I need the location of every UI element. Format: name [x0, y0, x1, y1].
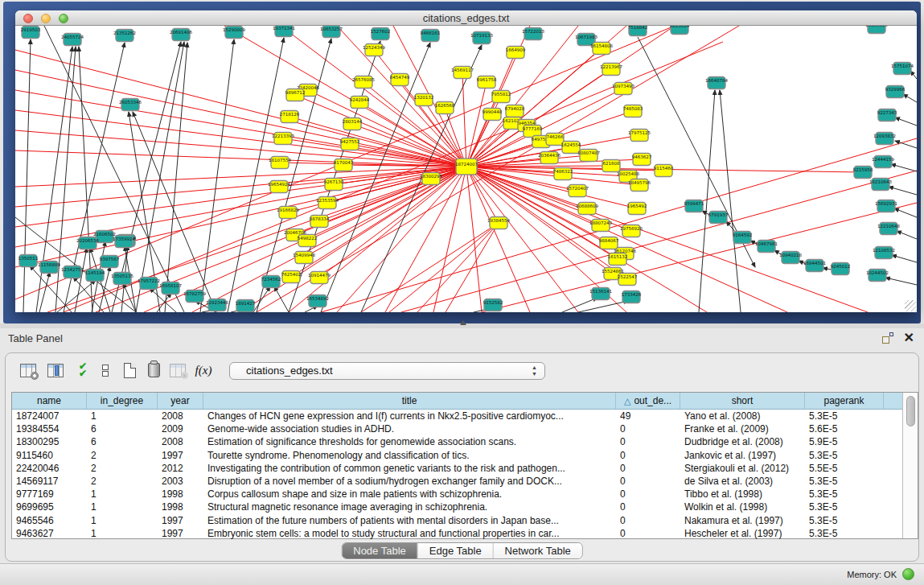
- graph-node-label: 10973493: [612, 84, 634, 89]
- table-row[interactable]: 1830029562008Estimation of significance …: [12, 435, 903, 448]
- delete-table-button[interactable]: [143, 360, 164, 381]
- graph-node-label: 2718126: [280, 112, 300, 117]
- new-table-button[interactable]: [119, 360, 140, 381]
- citation-graph[interactable]: 2919503240557242135126220691406152900091…: [15, 26, 917, 312]
- graph-node-label: 19166829: [277, 208, 299, 212]
- table-cell: Stergiakouli et al. (2012): [680, 463, 805, 474]
- table-cell: 22420046: [12, 463, 87, 474]
- table-cell: 2: [87, 450, 158, 461]
- function-builder-button[interactable]: f(x): [193, 360, 214, 381]
- column-header-in-degree[interactable]: in_degree: [87, 393, 158, 409]
- graph-node-label: 1350511: [18, 256, 39, 261]
- memory-status-label: Memory: OK: [847, 570, 897, 579]
- float-panel-icon[interactable]: [882, 332, 893, 344]
- graph-node-label: 26053346: [119, 100, 142, 105]
- table-cell: 5.3E-5: [805, 488, 884, 500]
- table-cell: Yano et al. (2008): [680, 410, 805, 422]
- citation-edge-red: [15, 167, 466, 267]
- column-header-name[interactable]: name: [12, 393, 87, 409]
- citation-edge-black: [253, 286, 270, 312]
- table-row[interactable]: 911546021997Tourette syndrome. Phenomeno…: [12, 449, 903, 462]
- graph-node-label: 12108532: [873, 248, 895, 253]
- graph-node-label: 9463627: [632, 154, 652, 159]
- column-header-short[interactable]: short: [680, 393, 805, 409]
- table-cell: 18300295: [12, 436, 87, 447]
- graph-node-label: 6794028: [505, 106, 525, 111]
- citation-edge-black: [892, 255, 917, 262]
- table-cell: 5.3E-5: [805, 450, 884, 461]
- table-row[interactable]: 977716911998Corpus callosum shape and si…: [12, 488, 903, 501]
- table-cell: Nakamura et al. (1997): [680, 515, 805, 526]
- graph-node-label: 12093832: [873, 134, 896, 138]
- table-cell: 2008: [158, 410, 203, 422]
- table-mode-button[interactable]: [18, 360, 39, 381]
- column-header-pagerank[interactable]: pagerank: [805, 393, 884, 409]
- tab-node-table[interactable]: Node Table: [342, 543, 418, 558]
- column-header-title[interactable]: title: [203, 393, 616, 409]
- graph-node-label: 10719133: [470, 33, 493, 38]
- table-row[interactable]: 946362711997Embryonic stem cells: a mode…: [12, 527, 903, 540]
- table-rows: 1872400712008Changes of HCN gene express…: [12, 410, 903, 540]
- table-cell: 6: [87, 423, 158, 435]
- close-panel-icon[interactable]: ✕: [904, 330, 914, 345]
- graph-node-label: 16053809: [865, 26, 888, 27]
- graph-node-label: 17359924: [113, 237, 135, 241]
- graph-node-label: 17957222: [138, 278, 160, 283]
- table-row[interactable]: 1456911722003Disruption of a novel membe…: [12, 475, 903, 488]
- graph-node-label: 5498222: [298, 236, 318, 241]
- desktop-background: citations_edges.txt 29195032405572421351…: [3, 2, 921, 323]
- splitter-handle-icon: [460, 320, 466, 325]
- table-cell: 1: [87, 488, 158, 500]
- graph-node-label: 9245012: [831, 264, 851, 269]
- table-cell: Structural magnetic resonance image aver…: [203, 501, 616, 513]
- graph-node-label: 9242844: [350, 97, 370, 102]
- graph-node-label: 9164592: [733, 233, 753, 237]
- window-resize-grip[interactable]: [905, 300, 916, 311]
- network-view-canvas[interactable]: 2919503240557242135126220691406152900091…: [15, 26, 917, 312]
- graph-node-label: 6961758: [477, 77, 497, 82]
- tab-edge-table[interactable]: Edge Table: [418, 543, 494, 558]
- network-window[interactable]: citations_edges.txt 29195032405572421351…: [15, 10, 917, 312]
- table-row[interactable]: 946554611997Estimation of the future num…: [12, 514, 903, 527]
- graph-node-label: 8878334: [310, 216, 330, 221]
- table-scrollbar[interactable]: [902, 393, 918, 538]
- column-header-year[interactable]: year: [158, 393, 203, 409]
- citation-edge-red: [401, 171, 917, 312]
- column-header-out-de-[interactable]: △out_de...: [616, 393, 680, 409]
- tab-network-table[interactable]: Network Table: [494, 543, 582, 558]
- graph-node-label: 9777169: [523, 126, 543, 131]
- network-window-titlebar[interactable]: citations_edges.txt: [15, 10, 917, 26]
- trash-icon: [148, 363, 160, 377]
- graph-node[interactable]: [456, 159, 477, 175]
- graph-node-label: 18724007: [455, 162, 478, 167]
- citation-edge-black: [157, 293, 171, 312]
- table-cell: 5.6E-5: [805, 423, 884, 435]
- table-header-row: namein_degreeyeartitle△out_de...shortpag…: [12, 393, 918, 410]
- clear-selection-button[interactable]: [95, 360, 116, 381]
- select-all-icon: ✔✔: [79, 363, 87, 377]
- table-row[interactable]: 1938455462009Genome-wide association stu…: [12, 422, 903, 435]
- graph-node-label: 9397587: [100, 257, 120, 262]
- table-cell: 9463627: [12, 528, 87, 539]
- table-cell: 0: [616, 488, 680, 500]
- table-row[interactable]: 969969511998Structural magnetic resonanc…: [12, 501, 903, 513]
- graph-node-label: 6791937: [708, 212, 729, 217]
- delete-column-button[interactable]: x: [167, 360, 188, 381]
- table-scrollbar-thumb[interactable]: [906, 396, 915, 426]
- graph-node-label: 1733426: [622, 292, 642, 297]
- table-cell: 1997: [158, 450, 203, 461]
- table-cell: 5.3E-5: [805, 515, 884, 526]
- graph-node-label: 10940218: [779, 253, 802, 257]
- table-cell: 5.3E-5: [805, 501, 884, 513]
- table-row[interactable]: 2242004622012Investigating the contribut…: [12, 462, 903, 475]
- select-all-button[interactable]: ✔✔: [72, 360, 93, 381]
- graph-node-label: 1891427: [236, 301, 256, 306]
- graph-node-label: 16648784: [705, 78, 728, 83]
- table-cell: 5.5E-5: [805, 463, 884, 474]
- table-cell: 0: [616, 463, 680, 474]
- show-column-button[interactable]: [45, 360, 66, 381]
- network-table-select[interactable]: citations_edges.txt ▲▼: [229, 362, 545, 380]
- graph-node-label: 18807243: [589, 220, 612, 225]
- table-cell: 5.3E-5: [805, 528, 884, 539]
- table-row[interactable]: 1872400712008Changes of HCN gene express…: [12, 410, 903, 422]
